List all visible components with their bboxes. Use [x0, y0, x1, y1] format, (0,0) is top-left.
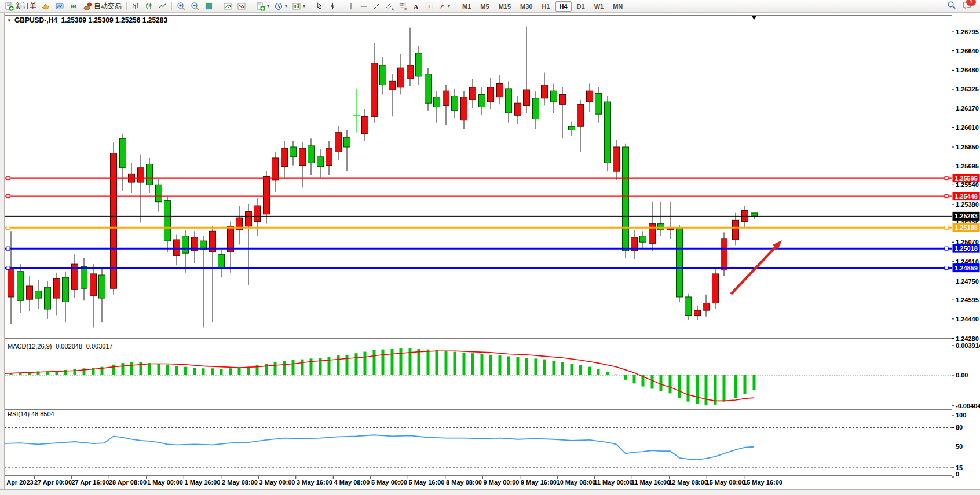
trendline-icon — [372, 2, 381, 10]
tile-windows-button[interactable] — [202, 1, 215, 12]
candle-body — [8, 267, 14, 297]
candle-body — [371, 63, 378, 117]
data-window-button[interactable] — [53, 1, 67, 12]
cursor-button[interactable] — [313, 1, 326, 12]
line-chart-icon — [158, 2, 167, 10]
candle-body — [389, 81, 396, 90]
dropdown-caret-icon: ▾ — [285, 4, 287, 9]
line-chart-button[interactable] — [156, 1, 169, 12]
timeframe-mn-button[interactable]: MN — [609, 1, 627, 12]
timeframe-m1-button[interactable]: M1 — [458, 1, 475, 12]
vertical-line-button[interactable] — [345, 1, 357, 12]
indicator-window-button[interactable] — [235, 1, 248, 12]
price-tick-label: 1.24750 — [956, 278, 979, 285]
candle-body — [733, 220, 739, 240]
market-watch-button[interactable] — [39, 1, 53, 12]
macd-tick-label: 0.00 — [956, 372, 968, 379]
auto-trading-button[interactable]: 自动交易 — [81, 1, 124, 12]
line-handle[interactable] — [945, 266, 948, 270]
line-handle[interactable] — [945, 195, 948, 198]
line-handle[interactable] — [945, 226, 948, 229]
zoom-in-icon — [177, 2, 186, 11]
candle-body — [605, 102, 611, 163]
timeframe-h4-button[interactable]: H4 — [555, 1, 572, 12]
candle-body — [344, 137, 350, 147]
timeframe-m5-button[interactable]: M5 — [476, 1, 493, 12]
zoom-in-button[interactable] — [174, 1, 188, 12]
chat-badge: 1 — [966, 0, 977, 6]
signals-button[interactable] — [67, 1, 81, 12]
equidistant-channel-button[interactable]: E — [383, 1, 396, 12]
horizontal-line-button[interactable] — [357, 1, 370, 12]
chart-title: ▼GBPUSD-,H4 1.25309 1.25309 1.25256 1.25… — [7, 16, 167, 24]
line-handle[interactable] — [6, 247, 10, 250]
candle-body — [613, 147, 620, 171]
time-tick-label: 10 May 08:00 — [557, 479, 596, 486]
candle-body — [138, 168, 144, 182]
pane-splitter[interactable] — [5, 339, 952, 342]
time-tick-label: 5 May 16:00 — [409, 479, 445, 486]
time-tick-label: 11 May 00:00 — [594, 479, 632, 486]
candle-body — [524, 90, 530, 105]
text-label-button[interactable]: T — [422, 1, 436, 12]
candle-body — [218, 254, 225, 269]
time-tick-label: 15 May 16:00 — [743, 479, 782, 486]
timeframe-m15-button[interactable]: M15 — [495, 1, 515, 12]
candle-body — [721, 239, 727, 270]
zoom-out-button[interactable] — [188, 1, 202, 12]
price-badge-label: 1.25595 — [955, 175, 978, 182]
candle-body — [45, 287, 51, 309]
time-tick-label: 11 May 16:00 — [631, 479, 670, 486]
price-badge-label: 1.25018 — [955, 245, 978, 252]
candle-body — [452, 96, 458, 111]
text-label-icon: T — [425, 2, 433, 10]
candle-body — [147, 164, 153, 185]
crosshair-button[interactable] — [326, 1, 339, 12]
chat-button[interactable]: 1 — [962, 1, 972, 12]
line-handle[interactable] — [6, 226, 10, 229]
candle-body — [264, 177, 270, 214]
timeframe-bar: M1M5M15M30H1H4D1W1MN — [458, 1, 627, 12]
line-handle[interactable] — [945, 247, 948, 250]
main-toolbar: 新订单 自动交易 ▾ ▾ — [0, 0, 980, 13]
text-button[interactable]: A — [409, 1, 422, 12]
candle-body — [326, 148, 332, 165]
candle-body — [398, 68, 404, 87]
time-tick-label: 28 Apr 08:00 — [109, 479, 147, 486]
fibonacci-button[interactable]: F — [396, 1, 409, 12]
line-handle[interactable] — [6, 266, 10, 270]
timeframe-m30-button[interactable]: M30 — [516, 1, 536, 12]
time-tick-label: 9 May 00:00 — [484, 479, 520, 486]
time-tick-label: 4 May 08:00 — [334, 479, 370, 486]
candle-body — [425, 74, 432, 104]
trendline-button[interactable] — [370, 1, 383, 12]
candlestick-button[interactable] — [142, 1, 156, 12]
search-button[interactable] — [947, 1, 956, 12]
add-indicator-dropdown[interactable]: ▾ — [254, 1, 272, 12]
line-handle[interactable] — [6, 177, 10, 180]
line-handle[interactable] — [945, 177, 948, 180]
time-tick-label: 1 May 16:00 — [185, 479, 221, 486]
timeframe-d1-button[interactable]: D1 — [573, 1, 589, 12]
time-tick-label: 3 May 00:00 — [259, 479, 295, 486]
price-tick-label: 1.24440 — [956, 316, 979, 322]
auto-trading-icon — [83, 2, 92, 11]
candle-body — [685, 297, 692, 316]
svg-text:E: E — [392, 6, 394, 10]
candle-body — [164, 201, 171, 241]
bar-chart-button[interactable] — [129, 1, 142, 12]
candle-body — [712, 274, 719, 303]
indicators-button[interactable] — [221, 1, 235, 12]
arrows-dropdown[interactable]: ▾ — [436, 1, 452, 12]
new-order-button[interactable]: 新订单 — [2, 1, 39, 12]
candle-body — [254, 206, 261, 221]
period-dropdown[interactable]: ▾ — [272, 1, 290, 12]
template-dropdown[interactable]: ▾ — [290, 1, 308, 12]
candle-body — [479, 94, 485, 107]
timeframe-h1-button[interactable]: H1 — [537, 1, 554, 12]
price-tick-label: 1.25850 — [956, 144, 979, 151]
collapse-icon[interactable]: ▼ — [7, 18, 12, 23]
timeframe-w1-button[interactable]: W1 — [590, 1, 608, 12]
pane-splitter[interactable] — [5, 406, 952, 410]
line-handle[interactable] — [6, 195, 10, 198]
